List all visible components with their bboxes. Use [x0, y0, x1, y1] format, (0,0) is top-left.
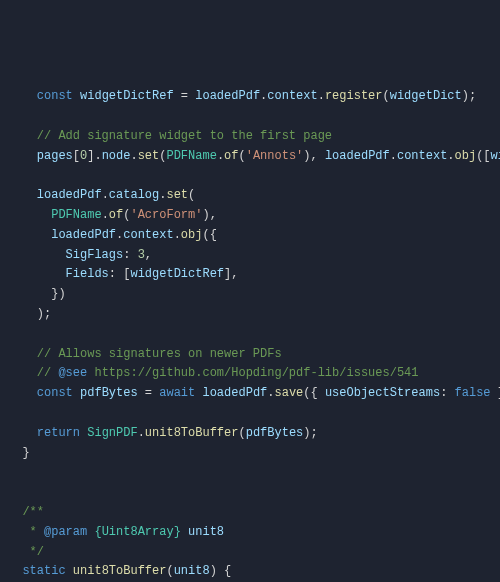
token-punc: . [138, 426, 145, 440]
token-type: SignPDF [87, 426, 137, 440]
token-var: loadedPdf [325, 149, 390, 163]
token-punc: ( [383, 89, 390, 103]
code-line: SigFlags: 3, [8, 246, 500, 266]
token-punc: . [217, 149, 224, 163]
token-var: pdfBytes [80, 386, 138, 400]
token-var: widgetDictRef [80, 89, 174, 103]
token-var: context [267, 89, 317, 103]
token-punc: . [447, 149, 454, 163]
code-line [8, 404, 500, 424]
code-line: Fields: [widgetDictRef], [8, 265, 500, 285]
token-var: node [102, 149, 131, 163]
token-var: loadedPdf [37, 188, 102, 202]
code-line: ); [8, 305, 500, 325]
code-line: * @param {Uint8Array} unit8 [8, 523, 500, 543]
token-cmt: * [30, 525, 44, 539]
code-line: */ [8, 543, 500, 563]
token-cmt: // [37, 366, 59, 380]
token-var: widgetDictRef [130, 267, 224, 281]
token-type: PDFName [51, 208, 101, 222]
code-line: // @see https://github.com/Hopding/pdf-l… [8, 364, 500, 384]
token-kw: const [37, 386, 73, 400]
token-str: 'Annots' [246, 149, 304, 163]
token-fn: register [325, 89, 383, 103]
token-fn: obj [181, 228, 203, 242]
code-line: /** [8, 503, 500, 523]
token-cmt: */ [30, 545, 44, 559]
token-fn: unit8ToBuffer [145, 426, 239, 440]
token-punc: }) [51, 287, 65, 301]
code-line: return SignPDF.unit8ToBuffer(pdfBytes); [8, 424, 500, 444]
code-line [8, 166, 500, 186]
code-line: const widgetDictRef = loadedPdf.context.… [8, 87, 500, 107]
token-punc: ( [166, 564, 173, 578]
token-punc: ); [303, 426, 317, 440]
token-kw: await [159, 386, 195, 400]
token-punc: }); [491, 386, 500, 400]
token-var: Fields [66, 267, 109, 281]
token-punc: ( [239, 149, 246, 163]
token-var: SigFlags [66, 248, 124, 262]
token-punc: ), [202, 208, 216, 222]
token-punc: : [123, 248, 137, 262]
token-punc: ]. [87, 149, 101, 163]
token-var: useObjectStreams [325, 386, 440, 400]
token-punc: . [102, 188, 109, 202]
token-kw: const [37, 89, 73, 103]
token-var: widgetDictRef [491, 149, 500, 163]
token-kw: static [22, 564, 65, 578]
token-doc-kw: @param [44, 525, 87, 539]
token-punc: ({ [202, 228, 216, 242]
token-type: PDFName [166, 149, 216, 163]
token-fn: obj [455, 149, 477, 163]
token-punc: ], [224, 267, 238, 281]
token-var: context [123, 228, 173, 242]
token-str: 'AcroForm' [130, 208, 202, 222]
token-num: 3 [138, 248, 145, 262]
code-line: }) [8, 285, 500, 305]
token-fn: set [138, 149, 160, 163]
token-punc: = [174, 89, 196, 103]
token-punc: ), [303, 149, 325, 163]
token-punc [66, 564, 73, 578]
token-var: unit8 [188, 525, 224, 539]
code-block[interactable]: const widgetDictRef = loadedPdf.context.… [8, 87, 500, 582]
token-fn: set [166, 188, 188, 202]
token-punc: } [22, 446, 29, 460]
token-punc: : [440, 386, 454, 400]
token-var: loadedPdf [51, 228, 116, 242]
token-punc: . [102, 208, 109, 222]
token-punc: ({ [303, 386, 325, 400]
code-line: loadedPdf.catalog.set( [8, 186, 500, 206]
token-punc: . [390, 149, 397, 163]
code-line [8, 107, 500, 127]
token-punc: ); [462, 89, 476, 103]
token-punc: . [174, 228, 181, 242]
token-punc: . [130, 149, 137, 163]
code-line: // Allows signatures on newer PDFs [8, 345, 500, 365]
token-var: widgetDict [390, 89, 462, 103]
token-punc: ); [37, 307, 51, 321]
token-fn: unit8ToBuffer [73, 564, 167, 578]
token-var: context [397, 149, 447, 163]
token-var: pdfBytes [246, 426, 304, 440]
token-punc: : [ [109, 267, 131, 281]
token-punc [73, 386, 80, 400]
token-punc: [ [73, 149, 80, 163]
token-cmt: // Add signature widget to the first pag… [37, 129, 332, 143]
token-bool: false [455, 386, 491, 400]
code-line: loadedPdf.context.obj({ [8, 226, 500, 246]
token-cmt: // Allows signatures on newer PDFs [37, 347, 282, 361]
token-punc: = [138, 386, 160, 400]
token-var: loadedPdf [195, 89, 260, 103]
token-doc-kw: @see [58, 366, 87, 380]
token-cmt [181, 525, 188, 539]
code-line: // Add signature widget to the first pag… [8, 127, 500, 147]
code-line: static unit8ToBuffer(unit8) { [8, 562, 500, 582]
token-punc: . [318, 89, 325, 103]
token-fn: of [224, 149, 238, 163]
token-punc: ( [238, 426, 245, 440]
token-var: unit8 [174, 564, 210, 578]
code-line: pages[0].node.set(PDFName.of('Annots'), … [8, 147, 500, 167]
token-var: loadedPdf [202, 386, 267, 400]
